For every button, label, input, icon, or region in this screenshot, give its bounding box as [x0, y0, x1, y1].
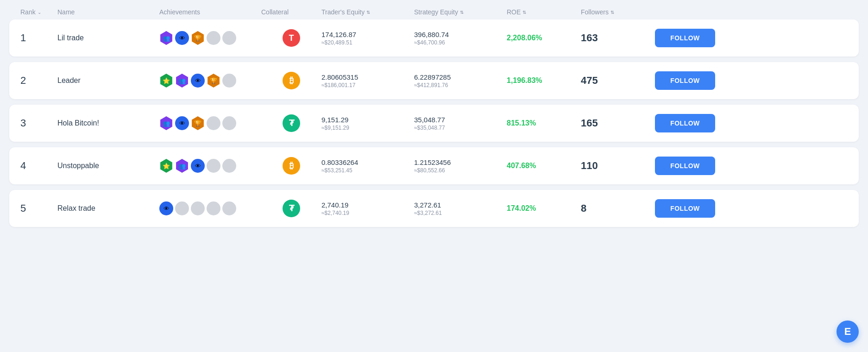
header-strategy-equity: Strategy Equity ⇅ — [414, 8, 507, 16]
traders-equity-main: 9,151.29 — [321, 116, 414, 124]
achievement-badge — [207, 116, 220, 130]
rows-container: 1 Lil trade 👥👁🏆 T 174,126.87 ≈$20,489.51… — [9, 19, 859, 227]
strategy-equity-sub: ≈$35,048.77 — [414, 125, 507, 131]
coin-icon: T — [283, 29, 300, 47]
strategy-equity-main: 35,048.77 — [414, 116, 507, 124]
strategy-equity-cell: 3,272.61 ≈$3,272.61 — [414, 201, 507, 216]
rank-cell: 3 — [20, 117, 57, 129]
achievement-badge: 🏆 — [191, 31, 205, 45]
table-row: 4 Unstoppable ⭐👥👁 ₿ 0.80336264 ≈$53,251.… — [9, 147, 859, 184]
coin-icon: ₮ — [283, 200, 300, 217]
rank-cell: 2 — [20, 75, 57, 87]
name-cell: Lil trade — [57, 34, 159, 42]
achievement-badge — [222, 201, 236, 215]
achievement-badge: 👥 — [159, 116, 173, 130]
achievements-cell: ⭐👥👁🏆 — [159, 74, 261, 88]
traders-equity-main: 2.80605315 — [321, 73, 414, 81]
strategy-equity-sub: ≈$3,272.61 — [414, 210, 507, 216]
leaderboard-table: Rank ⌄ Name Achievements Collateral Trad… — [9, 5, 859, 227]
strategy-equity-main: 396,880.74 — [414, 31, 507, 38]
achievement-badge — [175, 201, 189, 215]
followers-cell: 110 — [581, 160, 655, 172]
strategy-equity-sub: ≈$80,552.66 — [414, 167, 507, 174]
traders-equity-main: 0.80336264 — [321, 158, 414, 166]
coin-icon: ₿ — [283, 157, 300, 175]
strategy-equity-cell: 35,048.77 ≈$35,048.77 — [414, 116, 507, 131]
collateral-cell: ₿ — [261, 72, 321, 89]
traders-equity-cell: 2.80605315 ≈$186,001.17 — [321, 73, 414, 88]
roe-sort-icon[interactable]: ⇅ — [522, 10, 526, 15]
traders-equity-cell: 9,151.29 ≈$9,151.29 — [321, 116, 414, 131]
followers-sort-icon[interactable]: ⇅ — [610, 10, 614, 15]
traders-equity-cell: 174,126.87 ≈$20,489.51 — [321, 31, 414, 46]
header-roe: ROE ⇅ — [507, 8, 581, 16]
table-row: 5 Relax trade 👁 ₮ 2,740.19 ≈$2,740.19 3,… — [9, 190, 859, 227]
follow-button[interactable]: FOLLOW — [655, 29, 715, 47]
table-row: 1 Lil trade 👥👁🏆 T 174,126.87 ≈$20,489.51… — [9, 19, 859, 57]
roe-cell: 174.02% — [507, 204, 581, 213]
traders-equity-main: 174,126.87 — [321, 31, 414, 38]
follow-button[interactable]: FOLLOW — [655, 114, 715, 132]
achievement-badge: 🏆 — [207, 74, 220, 88]
strategy-equity-main: 6.22897285 — [414, 73, 507, 81]
traders-equity-sub: ≈$186,001.17 — [321, 82, 414, 88]
name-cell: Relax trade — [57, 204, 159, 213]
achievement-badge — [222, 159, 236, 173]
follow-button[interactable]: FOLLOW — [655, 199, 715, 218]
followers-cell: 8 — [581, 202, 655, 214]
name-cell: Unstoppable — [57, 162, 159, 170]
followers-cell: 165 — [581, 117, 655, 129]
achievement-badge — [207, 201, 220, 215]
header-collateral: Collateral — [261, 8, 321, 16]
strategy-equity-cell: 6.22897285 ≈$412,891.76 — [414, 73, 507, 88]
achievement-badge — [222, 116, 236, 130]
collateral-cell: ₿ — [261, 157, 321, 175]
rank-cell: 5 — [20, 202, 57, 214]
strategy-equity-sort-icon[interactable]: ⇅ — [460, 10, 464, 15]
follow-action: FOLLOW — [655, 157, 729, 175]
achievements-cell: 👁 — [159, 201, 261, 215]
traders-equity-sub: ≈$2,740.19 — [321, 210, 414, 216]
header-name: Name — [57, 8, 159, 16]
achievement-badge: 👁 — [159, 201, 173, 215]
traders-equity-sub: ≈$53,251.45 — [321, 167, 414, 174]
header-rank: Rank ⌄ — [20, 8, 57, 16]
collateral-cell: T — [261, 29, 321, 47]
follow-action: FOLLOW — [655, 71, 729, 90]
coin-icon: ₿ — [283, 72, 300, 89]
strategy-equity-cell: 396,880.74 ≈$46,700.96 — [414, 31, 507, 46]
strategy-equity-sub: ≈$412,891.76 — [414, 82, 507, 88]
achievements-cell: ⭐👥👁 — [159, 159, 261, 173]
rank-sort-icon[interactable]: ⌄ — [38, 10, 41, 15]
strategy-equity-main: 1.21523456 — [414, 158, 507, 166]
followers-cell: 163 — [581, 32, 655, 44]
follow-button[interactable]: FOLLOW — [655, 157, 715, 175]
achievement-badge: 👁 — [175, 31, 189, 45]
name-cell: Hola Bitcoin! — [57, 119, 159, 127]
fab-button[interactable]: E — [837, 321, 859, 343]
achievement-badge: 👁 — [191, 159, 205, 173]
header-followers: Followers ⇅ — [581, 8, 655, 16]
followers-cell: 475 — [581, 75, 655, 87]
achievement-badge: 👥 — [159, 31, 173, 45]
achievement-badge: ⭐ — [159, 74, 173, 88]
follow-action: FOLLOW — [655, 199, 729, 218]
traders-equity-cell: 2,740.19 ≈$2,740.19 — [321, 201, 414, 216]
achievement-badge — [222, 74, 236, 88]
table-row: 2 Leader ⭐👥👁🏆 ₿ 2.80605315 ≈$186,001.17 … — [9, 62, 859, 99]
follow-button[interactable]: FOLLOW — [655, 71, 715, 90]
traders-equity-cell: 0.80336264 ≈$53,251.45 — [321, 158, 414, 174]
traders-equity-sort-icon[interactable]: ⇅ — [366, 10, 370, 15]
roe-cell: 407.68% — [507, 162, 581, 170]
achievement-badge — [222, 31, 236, 45]
coin-icon: ₮ — [283, 114, 300, 132]
roe-cell: 815.13% — [507, 119, 581, 127]
roe-cell: 2,208.06% — [507, 34, 581, 42]
roe-cell: 1,196.83% — [507, 76, 581, 85]
achievement-badge: 👥 — [175, 159, 189, 173]
rank-cell: 4 — [20, 160, 57, 172]
achievements-cell: 👥👁🏆 — [159, 116, 261, 130]
collateral-cell: ₮ — [261, 114, 321, 132]
strategy-equity-main: 3,272.61 — [414, 201, 507, 209]
achievement-badge — [207, 159, 220, 173]
